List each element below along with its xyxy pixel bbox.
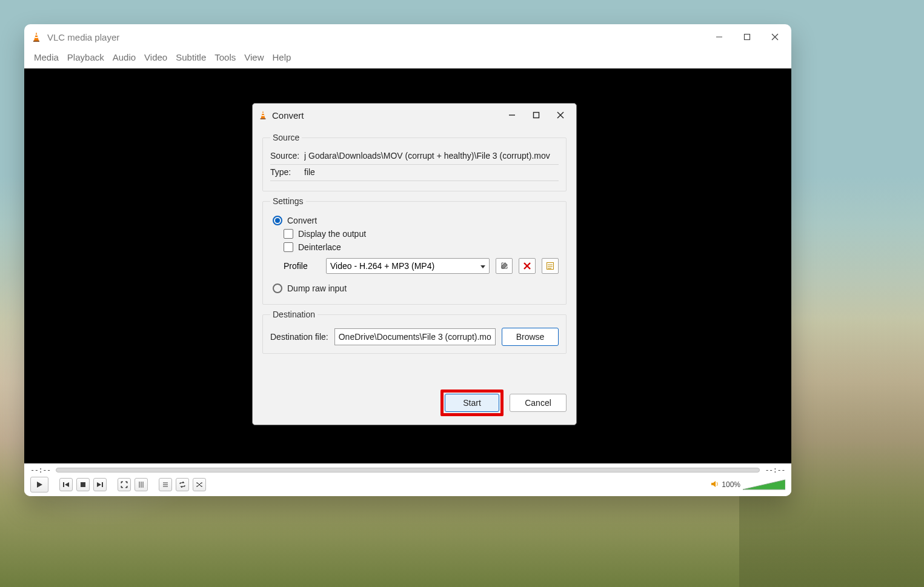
menu-media[interactable]: Media	[34, 52, 59, 62]
type-label: Type:	[270, 167, 304, 177]
dialog-titlebar[interactable]: Convert	[253, 104, 576, 127]
source-label: Source:	[270, 151, 304, 161]
vlc-cone-icon	[32, 32, 41, 42]
convert-radio-label: Convert	[287, 216, 317, 225]
menu-playback[interactable]: Playback	[67, 52, 104, 62]
display-output-label: Display the output	[298, 229, 366, 239]
svg-marker-10	[65, 482, 69, 487]
dialog-minimize-button[interactable]	[500, 107, 524, 124]
shuffle-button[interactable]	[193, 478, 206, 491]
delete-profile-button[interactable]	[519, 258, 536, 274]
cancel-button[interactable]: Cancel	[510, 394, 567, 412]
dump-raw-radio[interactable]: Dump raw input	[273, 284, 559, 293]
svg-rect-23	[261, 118, 266, 119]
fullscreen-button[interactable]	[118, 478, 131, 491]
playlist-button[interactable]	[159, 478, 172, 491]
edit-profile-button[interactable]	[496, 258, 513, 274]
new-profile-button[interactable]	[542, 258, 559, 274]
previous-button[interactable]	[59, 478, 73, 491]
main-menubar: Media Playback Audio Video Subtitle Tool…	[24, 50, 791, 68]
dropdown-caret-icon	[480, 261, 485, 271]
time-elapsed: --:--	[30, 466, 51, 474]
cancel-label: Cancel	[525, 398, 551, 408]
dialog-close-button[interactable]	[548, 107, 573, 124]
vlc-cone-icon	[259, 110, 267, 120]
loop-button[interactable]	[176, 478, 189, 491]
dialog-title: Convert	[272, 110, 304, 121]
source-value: j Godara\Downloads\MOV (corrupt + health…	[304, 151, 559, 161]
radio-empty-icon	[273, 284, 282, 293]
profile-select[interactable]: Video - H.264 + MP3 (MP4)	[326, 258, 490, 274]
source-legend: Source	[270, 133, 302, 142]
menu-subtitle[interactable]: Subtitle	[176, 52, 206, 62]
browse-button[interactable]: Browse	[502, 328, 559, 346]
destination-group: Destination Destination file: Browse	[262, 310, 567, 354]
menu-view[interactable]: View	[244, 52, 264, 62]
menu-tools[interactable]: Tools	[214, 52, 236, 62]
menu-help[interactable]: Help	[273, 52, 291, 62]
menu-video[interactable]: Video	[144, 52, 167, 62]
svg-rect-3	[35, 37, 38, 38]
convert-dialog: Convert Source Source: j Godara\Download…	[252, 103, 577, 425]
checkbox-empty-icon	[284, 229, 293, 239]
time-remaining: --:--	[765, 466, 785, 474]
volume-label: 100%	[722, 480, 740, 489]
svg-rect-1	[33, 41, 39, 42]
svg-rect-13	[102, 482, 103, 487]
checkbox-empty-icon	[284, 242, 293, 252]
stop-button[interactable]	[76, 478, 90, 491]
close-button[interactable]	[761, 28, 789, 46]
svg-rect-27	[534, 113, 539, 118]
main-titlebar[interactable]: VLC media player	[24, 24, 791, 50]
start-button[interactable]: Start	[445, 394, 499, 412]
destination-legend: Destination	[270, 310, 317, 319]
seek-slider[interactable]	[56, 468, 760, 473]
deinterlace-checkbox[interactable]: Deinterlace	[284, 242, 559, 252]
svg-marker-22	[261, 111, 265, 118]
menu-audio[interactable]: Audio	[113, 52, 136, 62]
svg-marker-0	[34, 32, 39, 41]
display-output-checkbox[interactable]: Display the output	[284, 229, 559, 239]
svg-marker-20	[711, 481, 716, 487]
dialog-maximize-button[interactable]	[524, 107, 548, 124]
dialog-footer: Start Cancel	[253, 386, 576, 425]
play-button[interactable]	[30, 477, 48, 492]
svg-rect-25	[262, 115, 265, 116]
control-bar: --:-- --:-- 100%	[24, 463, 791, 496]
speaker-icon[interactable]	[711, 480, 719, 490]
svg-marker-21	[743, 480, 785, 489]
destination-file-label: Destination file:	[270, 332, 328, 342]
radio-selected-icon	[273, 216, 282, 225]
maximize-button[interactable]	[733, 28, 761, 46]
destination-file-input[interactable]	[334, 328, 496, 345]
svg-marker-12	[97, 482, 101, 487]
svg-rect-9	[63, 482, 64, 487]
settings-group: Settings Convert Display the output Dein…	[262, 196, 567, 305]
profile-value: Video - H.264 + MP3 (MP4)	[330, 261, 434, 271]
deinterlace-label: Deinterlace	[298, 242, 341, 252]
svg-marker-8	[37, 482, 42, 488]
convert-radio[interactable]: Convert	[273, 216, 559, 225]
svg-rect-2	[35, 35, 37, 36]
dump-raw-label: Dump raw input	[287, 284, 347, 293]
svg-rect-24	[262, 113, 264, 114]
browse-label: Browse	[516, 332, 545, 342]
extended-settings-button[interactable]	[135, 478, 148, 491]
annotation-highlight: Start	[440, 390, 504, 416]
main-window-title: VLC media player	[47, 32, 119, 42]
next-button[interactable]	[93, 478, 107, 491]
svg-rect-11	[81, 482, 85, 487]
volume-slider[interactable]	[743, 479, 785, 491]
settings-legend: Settings	[270, 196, 306, 206]
minimize-button[interactable]	[705, 28, 733, 46]
type-value: file	[304, 167, 559, 177]
profile-label: Profile	[284, 261, 320, 271]
start-label: Start	[463, 398, 481, 408]
svg-rect-5	[745, 35, 750, 40]
svg-marker-30	[480, 265, 485, 268]
source-group: Source Source: j Godara\Downloads\MOV (c…	[262, 133, 567, 191]
